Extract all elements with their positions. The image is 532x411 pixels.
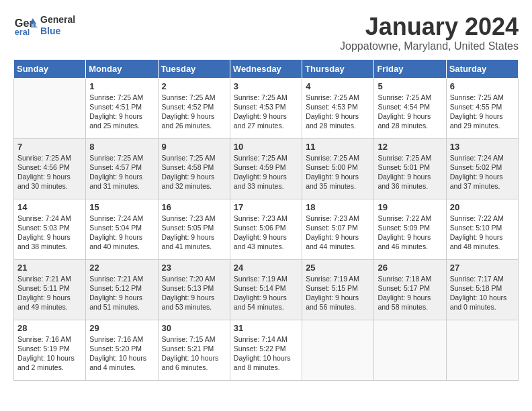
calendar-cell: 19Sunrise: 7:22 AM Sunset: 5:09 PM Dayli… xyxy=(374,199,446,259)
svg-text:eral: eral xyxy=(15,28,30,37)
day-number: 23 xyxy=(162,263,226,273)
day-info: Sunrise: 7:25 AM Sunset: 4:58 PM Dayligh… xyxy=(162,153,226,191)
calendar-cell: 21Sunrise: 7:21 AM Sunset: 5:11 PM Dayli… xyxy=(14,259,86,320)
calendar-cell: 6Sunrise: 7:25 AM Sunset: 4:55 PM Daylig… xyxy=(446,78,518,138)
day-number: 16 xyxy=(162,202,226,212)
calendar-cell: 14Sunrise: 7:24 AM Sunset: 5:03 PM Dayli… xyxy=(14,199,86,259)
day-number: 15 xyxy=(89,202,154,212)
calendar-header-row: SundayMondayTuesdayWednesdayThursdayFrid… xyxy=(14,59,519,78)
day-number: 7 xyxy=(17,142,82,152)
day-info: Sunrise: 7:25 AM Sunset: 4:53 PM Dayligh… xyxy=(234,93,298,131)
calendar-cell: 1Sunrise: 7:25 AM Sunset: 4:51 PM Daylig… xyxy=(86,78,158,138)
calendar-cell: 22Sunrise: 7:21 AM Sunset: 5:12 PM Dayli… xyxy=(86,259,158,320)
day-number: 2 xyxy=(162,81,226,91)
weekday-header-friday: Friday xyxy=(374,59,446,78)
day-info: Sunrise: 7:21 AM Sunset: 5:11 PM Dayligh… xyxy=(17,274,82,312)
day-number: 8 xyxy=(89,142,154,152)
calendar-cell: 17Sunrise: 7:23 AM Sunset: 5:06 PM Dayli… xyxy=(230,199,302,259)
calendar-cell: 5Sunrise: 7:25 AM Sunset: 4:54 PM Daylig… xyxy=(374,78,446,138)
calendar-week-row: 7Sunrise: 7:25 AM Sunset: 4:56 PM Daylig… xyxy=(14,138,519,199)
calendar-cell: 12Sunrise: 7:25 AM Sunset: 5:01 PM Dayli… xyxy=(374,138,446,199)
calendar-week-row: 14Sunrise: 7:24 AM Sunset: 5:03 PM Dayli… xyxy=(14,199,519,259)
day-number: 29 xyxy=(89,323,154,333)
day-info: Sunrise: 7:16 AM Sunset: 5:19 PM Dayligh… xyxy=(17,334,82,373)
day-info: Sunrise: 7:25 AM Sunset: 4:52 PM Dayligh… xyxy=(162,93,226,131)
weekday-header-tuesday: Tuesday xyxy=(158,59,230,78)
day-number: 17 xyxy=(234,202,298,212)
calendar-cell: 28Sunrise: 7:16 AM Sunset: 5:19 PM Dayli… xyxy=(14,320,86,380)
calendar-cell: 11Sunrise: 7:25 AM Sunset: 5:00 PM Dayli… xyxy=(302,138,374,199)
day-number: 18 xyxy=(306,202,370,212)
calendar-week-row: 21Sunrise: 7:21 AM Sunset: 5:11 PM Dayli… xyxy=(14,259,519,320)
calendar-cell: 13Sunrise: 7:24 AM Sunset: 5:02 PM Dayli… xyxy=(446,138,518,199)
calendar-table: SundayMondayTuesdayWednesdayThursdayFrid… xyxy=(13,59,519,381)
day-number: 12 xyxy=(378,142,442,152)
day-number: 20 xyxy=(450,202,515,212)
calendar-cell xyxy=(302,320,374,380)
calendar-cell: 29Sunrise: 7:16 AM Sunset: 5:20 PM Dayli… xyxy=(86,320,158,380)
calendar-cell: 15Sunrise: 7:24 AM Sunset: 5:04 PM Dayli… xyxy=(86,199,158,259)
calendar-cell: 31Sunrise: 7:14 AM Sunset: 5:22 PM Dayli… xyxy=(230,320,302,380)
day-number: 24 xyxy=(234,263,298,273)
day-number: 14 xyxy=(17,202,82,212)
day-info: Sunrise: 7:25 AM Sunset: 4:56 PM Dayligh… xyxy=(17,153,82,191)
day-number: 9 xyxy=(162,142,226,152)
logo: Gen eral General Blue xyxy=(13,13,75,38)
calendar-cell: 16Sunrise: 7:23 AM Sunset: 5:05 PM Dayli… xyxy=(158,199,230,259)
calendar-week-row: 1Sunrise: 7:25 AM Sunset: 4:51 PM Daylig… xyxy=(14,78,519,138)
day-number: 27 xyxy=(450,263,515,273)
day-number: 28 xyxy=(17,323,82,333)
calendar-cell: 3Sunrise: 7:25 AM Sunset: 4:53 PM Daylig… xyxy=(230,78,302,138)
calendar-cell: 23Sunrise: 7:20 AM Sunset: 5:13 PM Dayli… xyxy=(158,259,230,320)
logo-icon: Gen eral xyxy=(13,13,38,38)
weekday-header-sunday: Sunday xyxy=(14,59,86,78)
day-number: 31 xyxy=(234,323,298,333)
calendar-cell xyxy=(446,320,518,380)
day-info: Sunrise: 7:19 AM Sunset: 5:15 PM Dayligh… xyxy=(306,274,370,312)
title-block: January 2024 Joppatowne, Maryland, Unite… xyxy=(340,13,519,52)
day-info: Sunrise: 7:25 AM Sunset: 4:51 PM Dayligh… xyxy=(89,93,154,131)
day-number: 30 xyxy=(162,323,226,333)
weekday-header-thursday: Thursday xyxy=(302,59,374,78)
day-info: Sunrise: 7:22 AM Sunset: 5:10 PM Dayligh… xyxy=(450,214,515,252)
day-info: Sunrise: 7:23 AM Sunset: 5:06 PM Dayligh… xyxy=(234,214,298,252)
day-info: Sunrise: 7:25 AM Sunset: 4:55 PM Dayligh… xyxy=(450,93,515,131)
calendar-cell: 26Sunrise: 7:18 AM Sunset: 5:17 PM Dayli… xyxy=(374,259,446,320)
day-info: Sunrise: 7:25 AM Sunset: 4:53 PM Dayligh… xyxy=(306,93,370,131)
day-number: 25 xyxy=(306,263,370,273)
calendar-cell: 30Sunrise: 7:15 AM Sunset: 5:21 PM Dayli… xyxy=(158,320,230,380)
day-number: 1 xyxy=(89,81,154,91)
logo-line1: General xyxy=(40,14,75,26)
calendar-cell: 20Sunrise: 7:22 AM Sunset: 5:10 PM Dayli… xyxy=(446,199,518,259)
calendar-cell: 2Sunrise: 7:25 AM Sunset: 4:52 PM Daylig… xyxy=(158,78,230,138)
weekday-header-wednesday: Wednesday xyxy=(230,59,302,78)
weekday-header-saturday: Saturday xyxy=(446,59,518,78)
logo-text: General Blue xyxy=(40,14,75,37)
day-info: Sunrise: 7:14 AM Sunset: 5:22 PM Dayligh… xyxy=(234,334,298,373)
calendar-cell: 7Sunrise: 7:25 AM Sunset: 4:56 PM Daylig… xyxy=(14,138,86,199)
day-info: Sunrise: 7:15 AM Sunset: 5:21 PM Dayligh… xyxy=(162,334,226,373)
calendar-cell: 4Sunrise: 7:25 AM Sunset: 4:53 PM Daylig… xyxy=(302,78,374,138)
calendar-cell: 10Sunrise: 7:25 AM Sunset: 4:59 PM Dayli… xyxy=(230,138,302,199)
day-info: Sunrise: 7:16 AM Sunset: 5:20 PM Dayligh… xyxy=(89,334,154,373)
calendar-cell: 9Sunrise: 7:25 AM Sunset: 4:58 PM Daylig… xyxy=(158,138,230,199)
day-info: Sunrise: 7:25 AM Sunset: 5:00 PM Dayligh… xyxy=(306,153,370,191)
day-info: Sunrise: 7:24 AM Sunset: 5:03 PM Dayligh… xyxy=(17,214,82,252)
day-number: 3 xyxy=(234,81,298,91)
day-info: Sunrise: 7:22 AM Sunset: 5:09 PM Dayligh… xyxy=(378,214,442,252)
location: Joppatowne, Maryland, United States xyxy=(340,40,519,52)
day-info: Sunrise: 7:23 AM Sunset: 5:07 PM Dayligh… xyxy=(306,214,370,252)
day-number: 6 xyxy=(450,81,515,91)
day-info: Sunrise: 7:25 AM Sunset: 4:54 PM Dayligh… xyxy=(378,93,442,131)
month-title: January 2024 xyxy=(340,13,519,40)
day-number: 19 xyxy=(378,202,442,212)
day-info: Sunrise: 7:25 AM Sunset: 5:01 PM Dayligh… xyxy=(378,153,442,191)
day-number: 26 xyxy=(378,263,442,273)
day-number: 5 xyxy=(378,81,442,91)
calendar-cell xyxy=(374,320,446,380)
calendar-cell: 25Sunrise: 7:19 AM Sunset: 5:15 PM Dayli… xyxy=(302,259,374,320)
day-number: 22 xyxy=(89,263,154,273)
day-info: Sunrise: 7:25 AM Sunset: 4:57 PM Dayligh… xyxy=(89,153,154,191)
day-number: 4 xyxy=(306,81,370,91)
day-info: Sunrise: 7:23 AM Sunset: 5:05 PM Dayligh… xyxy=(162,214,226,252)
